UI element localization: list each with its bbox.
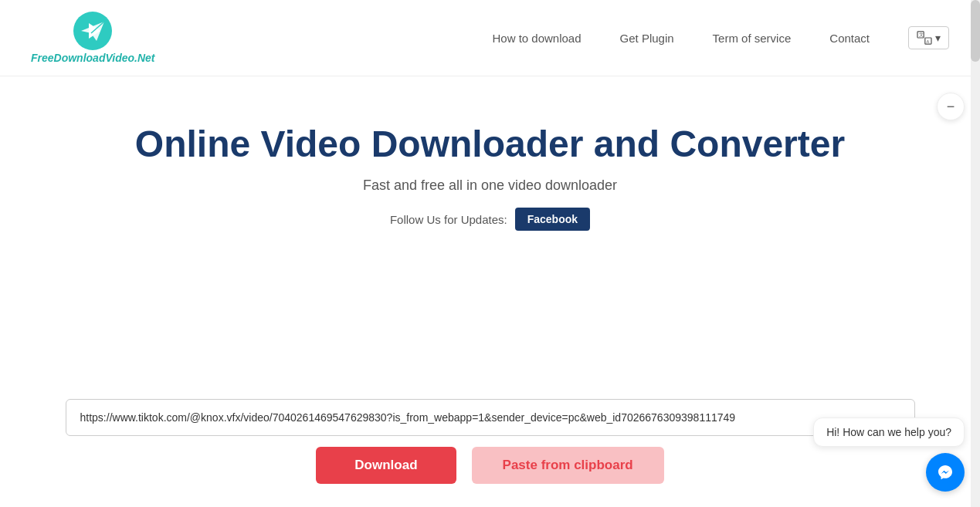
- logo[interactable]: FreeDownloadVideo.Net: [31, 12, 155, 64]
- page-subtitle: Fast and free all in one video downloade…: [363, 177, 617, 194]
- chat-bubble: Hi! How can we help you?: [813, 417, 965, 447]
- messenger-icon: [934, 461, 956, 483]
- svg-text:文: 文: [919, 32, 924, 37]
- header: FreeDownloadVideo.Net How to download Ge…: [0, 0, 980, 76]
- nav-term-of-service[interactable]: Term of service: [713, 32, 792, 45]
- url-input[interactable]: [80, 411, 900, 424]
- logo-text: FreeDownloadVideo.Net: [31, 52, 155, 64]
- nav-how-to-download[interactable]: How to download: [492, 32, 581, 45]
- follow-area: Follow Us for Updates: Facebook: [390, 208, 590, 231]
- chat-widget: Hi! How can we help you?: [813, 417, 965, 492]
- language-button[interactable]: 文 A ▾: [908, 26, 949, 49]
- follow-text: Follow Us for Updates:: [390, 213, 507, 226]
- action-buttons: Download Paste from clipboard: [316, 447, 663, 484]
- translate-icon: 文 A: [917, 31, 932, 45]
- chat-icon[interactable]: [926, 453, 965, 492]
- svg-text:A: A: [926, 39, 929, 44]
- scrollbar-track: [971, 0, 980, 507]
- download-button[interactable]: Download: [316, 447, 456, 484]
- minimize-button[interactable]: −: [937, 93, 965, 120]
- paste-button[interactable]: Paste from clipboard: [472, 447, 664, 484]
- lang-label: ▾: [935, 32, 941, 44]
- url-input-wrapper[interactable]: [66, 399, 915, 436]
- scrollbar-thumb[interactable]: [971, 0, 980, 62]
- minus-icon: −: [947, 99, 955, 115]
- nav-contact[interactable]: Contact: [829, 32, 870, 45]
- main-content: Online Video Downloader and Converter Fa…: [0, 76, 980, 262]
- navigation: How to download Get Plugin Term of servi…: [492, 26, 949, 49]
- page-title: Online Video Downloader and Converter: [135, 123, 845, 165]
- logo-icon: [73, 12, 112, 50]
- facebook-button[interactable]: Facebook: [515, 208, 590, 231]
- nav-get-plugin[interactable]: Get Plugin: [620, 32, 674, 45]
